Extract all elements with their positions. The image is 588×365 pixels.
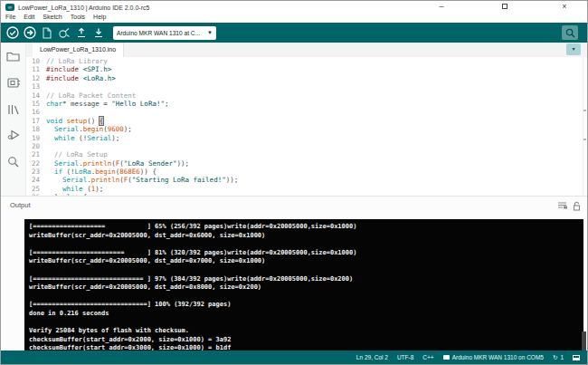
toggle-panel-icon[interactable] xyxy=(573,355,580,360)
export-binary-button[interactable] xyxy=(74,26,88,40)
menu-tools[interactable]: Tools xyxy=(71,14,85,23)
activity-sidebar xyxy=(1,43,26,196)
board-icon xyxy=(443,355,450,360)
verify-button[interactable] xyxy=(5,26,19,40)
tab-lowpower-lora-1310[interactable]: LowPower_LoRa_1310.ino xyxy=(33,43,124,57)
code-line: 10// LoRa Library xyxy=(26,57,583,65)
tabbar: LowPower_LoRa_1310.ino ▾ xyxy=(26,43,587,57)
minimize-button[interactable]: – xyxy=(430,1,453,13)
statusbar: Ln 29, Col 2 UTF-8 C++ Arduino MKR WAN 1… xyxy=(1,351,587,364)
console-line: [======================== ] 81% (320/392… xyxy=(29,249,583,258)
main-area: LowPower_LoRa_1310.ino ▾ 10// LoRa Libra… xyxy=(1,43,587,196)
menu-edit[interactable]: Edit xyxy=(24,14,34,23)
language-indicator[interactable]: C++ xyxy=(422,354,433,360)
board-port-indicator[interactable]: Arduino MKR WAN 1310 on COM5 xyxy=(443,354,544,360)
menu-help[interactable]: Help xyxy=(93,14,106,23)
chevron-down-icon: ▼ xyxy=(207,30,213,35)
console-line xyxy=(29,293,583,302)
sketchbook-folder-icon[interactable] xyxy=(6,49,21,63)
import-sketch-button[interactable] xyxy=(91,26,105,40)
console-line xyxy=(29,266,583,275)
code-line: 15char* message = "Hello LoRa!"; xyxy=(26,100,583,108)
cursor-position[interactable]: Ln 29, Col 2 xyxy=(356,354,388,360)
console-line xyxy=(29,240,583,249)
debug-button[interactable] xyxy=(57,26,71,40)
board-selector-dropdown[interactable]: Arduino MKR WAN 1310 at C... ▼ xyxy=(113,26,216,40)
toolbar: Arduino MKR WAN 1310 at C... ▼ xyxy=(1,23,587,43)
console-line: [=================== ] 65% (256/392 page… xyxy=(29,223,583,232)
library-manager-icon[interactable] xyxy=(6,101,21,116)
clear-output-icon[interactable] xyxy=(557,201,567,211)
code-line: 11#include <SPI.h> xyxy=(26,65,583,73)
selected-board-label: Arduino MKR WAN 1310 at C... xyxy=(117,30,207,36)
code-line: 16 xyxy=(26,108,583,116)
console-line: checksumBuffer(start_addr=0x2000, size=0… xyxy=(29,336,583,345)
menubar: File Edit Sketch Tools Help xyxy=(1,14,587,23)
upload-button[interactable] xyxy=(23,26,36,40)
notification-count: 1 xyxy=(560,354,564,360)
arduino-ide-window: ∞ LowPower_LoRa_1310 | Arduino IDE 2.0.0… xyxy=(0,0,588,365)
menu-file[interactable]: File xyxy=(5,14,15,23)
output-console[interactable]: [=================== ] 65% (256/392 page… xyxy=(24,219,583,352)
serial-monitor-button[interactable] xyxy=(562,25,578,40)
editor-scrollbar[interactable] xyxy=(583,57,587,196)
output-title: Output xyxy=(10,201,31,209)
board-port-label: Arduino MKR WAN 1310 on COM5 xyxy=(452,354,544,360)
console-line: done in 0.216 seconds xyxy=(29,310,583,319)
output-header: Output xyxy=(1,197,587,219)
tab-options-dropdown[interactable]: ▾ xyxy=(566,43,581,55)
console-line: [============================= ] 97% (38… xyxy=(29,275,583,284)
code-line: 20 xyxy=(26,142,583,150)
code-line: 24 Serial.println(F("Starting LoRa faile… xyxy=(26,176,583,184)
console-line xyxy=(29,319,583,328)
console-scrollbar-thumb[interactable] xyxy=(582,331,586,351)
sync-icon: ↻ xyxy=(553,354,557,361)
console-line: [==============================] 100% (3… xyxy=(29,301,583,310)
code-line: 25 while (1); xyxy=(26,185,583,193)
console-line: writeBuffer(scr_addr=0x20005000, dst_add… xyxy=(29,232,583,241)
menu-sketch[interactable]: Sketch xyxy=(43,14,62,23)
code-line: 23 if (!LoRa.begin(868E6)) { xyxy=(26,168,583,176)
sketch-file-icon[interactable] xyxy=(40,26,53,40)
notifications-indicator[interactable]: ↻ 1 xyxy=(553,354,564,361)
close-button[interactable]: × xyxy=(553,1,576,13)
code-line: 13 xyxy=(26,82,583,91)
editor-area: LowPower_LoRa_1310.ino ▾ 10// LoRa Libra… xyxy=(26,43,587,196)
debug-sidebar-icon[interactable] xyxy=(6,128,21,142)
code-line: 12#include <LoRa.h> xyxy=(26,74,583,82)
code-line: 18 Serial.begin(9600); xyxy=(26,125,583,133)
code-line: 22 Serial.println(F("LoRa Sender")); xyxy=(26,159,583,168)
code-line: 14// LoRa Packet Content xyxy=(26,91,583,100)
window-title: LowPower_LoRa_1310 | Arduino IDE 2.0.0-r… xyxy=(18,5,149,11)
output-panel: Output [=================== ] 65% (256/3… xyxy=(1,196,587,352)
maximize-button[interactable] xyxy=(493,1,517,13)
scroll-lock-icon[interactable] xyxy=(573,201,581,211)
encoding-indicator[interactable]: UTF-8 xyxy=(397,354,413,360)
titlebar: ∞ LowPower_LoRa_1310 | Arduino IDE 2.0.0… xyxy=(1,1,587,14)
code-line: 17void setup() { xyxy=(26,117,583,125)
arduino-logo-icon: ∞ xyxy=(5,4,14,11)
code-line: 19 while (!Serial); xyxy=(26,134,583,142)
search-icon[interactable] xyxy=(6,154,21,168)
boards-manager-icon[interactable] xyxy=(6,75,21,90)
code-line: 21 // LoRa Setup xyxy=(26,150,583,158)
console-line: writeBuffer(scr_addr=0x20005000, dst_add… xyxy=(29,283,583,293)
console-line: Verify 25084 bytes of flash with checksu… xyxy=(29,327,583,336)
console-line: writeBuffer(scr_addr=0x20005000, dst_add… xyxy=(29,257,583,266)
code-editor[interactable]: 10// LoRa Library11#include <SPI.h>12#in… xyxy=(26,57,583,196)
